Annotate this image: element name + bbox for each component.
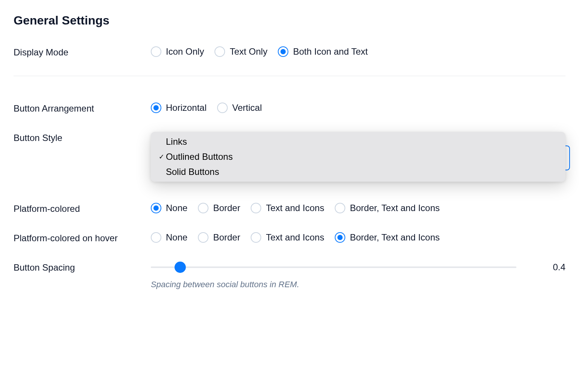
radio-label: Border [213,203,240,213]
radio-label: Icon Only [166,46,204,57]
helper-button-spacing: Spacing between social buttons in REM. [151,280,565,289]
radio-group-platform-colored-hover: None Border Text and Icons Border, Text … [151,232,565,243]
row-button-spacing: Button Spacing 0.4 Spacing between socia… [14,262,565,289]
row-button-style: Button Style Links ✓ Outlined Buttons So… [14,132,565,185]
radio-pc-border[interactable]: Border [198,203,240,213]
label-display-mode: Display Mode [14,46,151,58]
radio-circle [335,232,345,243]
dropdown-text: Links [166,136,187,147]
radio-pch-none[interactable]: None [151,232,187,243]
label-button-arrangement: Button Arrangement [14,103,151,114]
radio-label: None [166,203,187,213]
dropdown-button-style[interactable]: Links ✓ Outlined Buttons Solid Buttons [151,132,565,182]
radio-circle [151,232,161,243]
radio-pch-border[interactable]: Border [198,232,240,243]
radio-circle [251,232,261,243]
radio-pch-border-text-icons[interactable]: Border, Text and Icons [335,232,440,243]
radio-circle [198,232,208,243]
radio-circle [151,46,161,57]
divider [14,76,565,76]
radio-circle [251,203,261,213]
row-display-mode: Display Mode Icon Only Text Only Both Ic… [14,46,565,58]
radio-label: Border, Text and Icons [350,232,440,243]
radio-circle [278,46,288,57]
radio-circle [151,103,161,113]
radio-group-platform-colored: None Border Text and Icons Border, Text … [151,203,565,213]
radio-label: Horizontal [166,103,207,113]
radio-label: Both Icon and Text [293,46,368,57]
slider-line [151,266,516,268]
radio-label: Vertical [232,103,262,113]
radio-group-display-mode: Icon Only Text Only Both Icon and Text [151,46,565,57]
radio-label: None [166,232,187,243]
row-platform-colored: Platform-colored None Border Text and Ic… [14,203,565,214]
label-button-spacing: Button Spacing [14,262,151,273]
row-button-arrangement: Button Arrangement Horizontal Vertical [14,103,565,114]
dropdown-option-solid[interactable]: Solid Buttons [151,164,565,179]
radio-group-button-arrangement: Horizontal Vertical [151,103,565,113]
dropdown-text: Solid Buttons [166,167,219,177]
radio-label: Text and Icons [266,232,324,243]
dropdown-option-links[interactable]: Links [151,134,565,149]
radio-label: Text Only [230,46,267,57]
slider-button-spacing[interactable] [151,262,516,273]
radio-pc-border-text-icons[interactable]: Border, Text and Icons [335,203,440,213]
label-button-style: Button Style [14,132,151,143]
radio-circle [151,203,161,213]
radio-arrangement-horizontal[interactable]: Horizontal [151,103,207,113]
label-platform-colored: Platform-colored [14,203,151,214]
radio-pch-text-icons[interactable]: Text and Icons [251,232,324,243]
radio-display-mode-both[interactable]: Both Icon and Text [278,46,368,57]
radio-circle [217,103,228,113]
slider-value: 0.4 [543,262,565,273]
radio-circle [214,46,225,57]
slider-thumb[interactable] [175,262,186,273]
radio-pc-none[interactable]: None [151,203,187,213]
radio-display-mode-icon-only[interactable]: Icon Only [151,46,204,57]
dropdown-option-outlined[interactable]: ✓ Outlined Buttons [151,149,565,164]
page-title: General Settings [14,14,565,28]
radio-pc-text-icons[interactable]: Text and Icons [251,203,324,213]
row-platform-colored-hover: Platform-colored on hover None Border Te… [14,232,565,243]
check-icon: ✓ [158,153,165,161]
radio-circle [335,203,345,213]
label-platform-colored-hover: Platform-colored on hover [14,232,151,243]
radio-label: Text and Icons [266,203,324,213]
radio-display-mode-text-only[interactable]: Text Only [214,46,267,57]
radio-arrangement-vertical[interactable]: Vertical [217,103,262,113]
dropdown-text: Outlined Buttons [166,152,233,162]
radio-label: Border, Text and Icons [350,203,440,213]
radio-circle [198,203,208,213]
radio-label: Border [213,232,240,243]
